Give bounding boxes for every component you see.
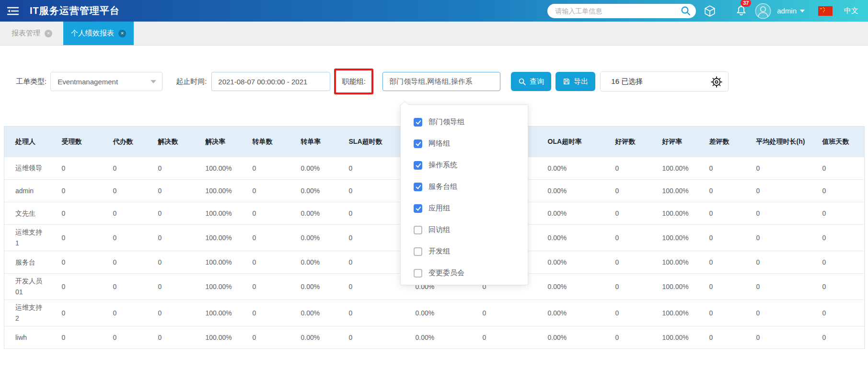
dropdown-option[interactable]: 操作系统 — [401, 154, 528, 176]
value-cell: 0 — [51, 251, 102, 274]
ticket-type-select[interactable]: Eventmanagement — [50, 72, 162, 91]
cube-icon[interactable] — [704, 5, 716, 17]
tab-personal-performance-report[interactable]: 个人绩效报表 × — [63, 22, 134, 45]
value-cell: 0 — [51, 202, 102, 225]
value-cell: 0 — [745, 326, 811, 349]
close-tab-icon[interactable]: × — [45, 30, 52, 37]
value-cell: 0 — [242, 180, 290, 202]
column-header: 转单率 — [290, 127, 338, 157]
avatar-icon[interactable] — [755, 3, 771, 19]
value-cell: 0 — [698, 225, 745, 251]
value-cell: 100.00% — [651, 180, 698, 202]
global-search — [547, 4, 696, 18]
close-tab-icon[interactable]: × — [118, 30, 126, 37]
dropdown-option-label: 变更委员会 — [428, 268, 464, 278]
value-cell: 100.00% — [195, 225, 242, 251]
column-header: 好评数 — [604, 127, 651, 157]
checkbox-checked-icon[interactable] — [414, 183, 422, 191]
value-cell: 0 — [811, 180, 865, 202]
value-cell: 0 — [147, 180, 195, 202]
value-cell: 0 — [102, 326, 147, 349]
value-cell: 0.00% — [537, 251, 604, 274]
gear-icon[interactable] — [710, 76, 723, 90]
value-cell: 0 — [698, 251, 745, 274]
value-cell: 0 — [604, 225, 651, 251]
column-selector-value: 16 已选择 — [611, 77, 643, 86]
handler-name-cell: 运维领导 — [4, 157, 51, 180]
value-cell: 0.00% — [537, 225, 604, 251]
value-cell: 0 — [102, 274, 147, 300]
dropdown-option[interactable]: 部门领导组 — [401, 111, 528, 133]
column-header: 处理人 — [4, 127, 51, 157]
value-cell: 100.00% — [195, 300, 242, 326]
value-cell: 100.00% — [195, 274, 242, 300]
export-button[interactable]: 导出 — [556, 72, 595, 91]
value-cell: 0.00% — [405, 326, 472, 349]
date-range-input[interactable] — [211, 72, 330, 91]
value-cell: 0 — [242, 225, 290, 251]
group-dropdown-list: 部门领导组网络组操作系统服务台组应用组回访组开发组变更委员会 — [401, 111, 528, 284]
value-cell: 0.00% — [290, 274, 338, 300]
value-cell: 0 — [811, 326, 865, 349]
value-cell: 0 — [51, 326, 102, 349]
column-header: 值班天数 — [811, 127, 865, 157]
checkbox-unchecked-icon[interactable] — [414, 226, 422, 234]
value-cell: 0 — [811, 251, 865, 274]
tab-report-management[interactable]: 报表管理 × — [4, 22, 60, 45]
value-cell: 0 — [745, 202, 811, 225]
value-cell: 0.00% — [290, 300, 338, 326]
value-cell: 0 — [147, 326, 195, 349]
dropdown-option[interactable]: 回访组 — [401, 219, 528, 241]
column-selector[interactable]: 16 已选择 — [600, 71, 729, 92]
value-cell: 0 — [51, 300, 102, 326]
checkbox-checked-icon[interactable] — [414, 204, 422, 213]
column-header: OLA超时率 — [537, 127, 604, 157]
group-input[interactable] — [382, 72, 500, 91]
search-icon[interactable] — [680, 5, 692, 19]
value-cell: 0 — [102, 180, 147, 202]
table-row: 运维支持2000100.00%00.00%00.00%00.00%0100.00… — [4, 300, 865, 326]
checkbox-checked-icon[interactable] — [414, 118, 422, 127]
notifications[interactable]: 37 — [735, 5, 747, 17]
value-cell: 0 — [338, 326, 405, 349]
value-cell: 0 — [745, 180, 811, 202]
dropdown-option[interactable]: 变更委员会 — [401, 262, 528, 284]
value-cell: 0 — [242, 300, 290, 326]
value-cell: 100.00% — [195, 326, 242, 349]
dropdown-option[interactable]: 网络组 — [401, 133, 528, 154]
username-menu[interactable]: admin — [777, 7, 797, 15]
value-cell: 0 — [745, 251, 811, 274]
column-header: 受理数 — [51, 127, 102, 157]
column-header: 代办数 — [102, 127, 147, 157]
ticket-type-label: 工单类型: — [16, 77, 46, 86]
search-input[interactable] — [554, 7, 675, 15]
value-cell: 0 — [338, 202, 405, 225]
value-cell: 0 — [472, 326, 537, 349]
handler-name-cell: liwh — [4, 326, 51, 349]
caret-down-icon — [150, 80, 156, 83]
value-cell: 0 — [698, 180, 745, 202]
dropdown-option[interactable]: 应用组 — [401, 197, 528, 219]
language-switcher[interactable]: 中文 — [844, 6, 858, 15]
column-header: 解决数 — [147, 127, 195, 157]
dropdown-option[interactable]: 开发组 — [401, 241, 528, 262]
tab-label: 报表管理 — [12, 29, 40, 38]
value-cell: 0 — [51, 274, 102, 300]
annotation-highlight-box: 职能组: — [334, 69, 373, 94]
value-cell: 0 — [338, 251, 405, 274]
value-cell: 0 — [698, 300, 745, 326]
value-cell: 0 — [604, 326, 651, 349]
checkbox-checked-icon[interactable] — [414, 139, 422, 148]
date-range-label: 起止时间: — [176, 77, 207, 86]
collapse-menu-icon[interactable] — [7, 6, 19, 16]
checkbox-unchecked-icon[interactable] — [414, 269, 422, 278]
dropdown-option[interactable]: 服务台组 — [401, 176, 528, 197]
tab-label: 个人绩效报表 — [71, 29, 114, 38]
cn-flag-icon[interactable] — [818, 6, 833, 16]
value-cell: 100.00% — [651, 157, 698, 180]
checkbox-unchecked-icon[interactable] — [414, 247, 422, 256]
value-cell: 0 — [242, 326, 290, 349]
checkbox-checked-icon[interactable] — [414, 161, 422, 170]
value-cell: 0 — [811, 225, 865, 251]
query-button[interactable]: 查询 — [511, 72, 551, 91]
